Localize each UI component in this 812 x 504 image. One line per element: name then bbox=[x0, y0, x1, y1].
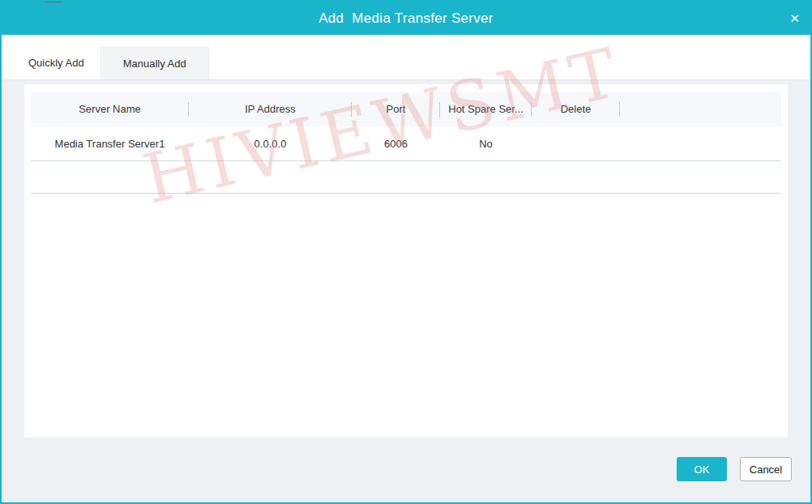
close-icon[interactable]: ✕ bbox=[789, 2, 800, 35]
tab-manually-add[interactable]: Manually Add bbox=[100, 47, 209, 79]
table-header-row: Server Name IP Address Port Hot Spare Se… bbox=[31, 92, 781, 126]
column-header-delete: Delete bbox=[532, 92, 620, 126]
column-header-hot-spare: Hot Spare Ser... bbox=[440, 92, 532, 126]
cell-server-name: Media Transfer Server1 bbox=[31, 126, 189, 160]
column-header-port: Port bbox=[352, 92, 440, 126]
cell-port: 6006 bbox=[352, 126, 440, 160]
cell-ip-address: 0.0.0.0 bbox=[189, 126, 352, 160]
cell-filler bbox=[620, 126, 781, 160]
column-header-server-name: Server Name bbox=[31, 92, 189, 126]
tab-bar: Quickly Add Manually Add bbox=[2, 35, 810, 80]
cell-delete bbox=[532, 126, 620, 160]
add-media-transfer-server-dialog: Add Media Transfer Server ✕ Quickly Add … bbox=[0, 0, 812, 504]
column-header-ip-address: IP Address bbox=[189, 92, 352, 126]
table-row[interactable]: Media Transfer Server1 0.0.0.0 6006 No bbox=[31, 126, 781, 161]
dialog-footer: OK Cancel bbox=[677, 457, 792, 481]
background-artifact bbox=[45, 0, 62, 2]
dialog-titlebar: Add Media Transfer Server ✕ bbox=[2, 2, 810, 35]
ok-button[interactable]: OK bbox=[677, 457, 727, 481]
column-header-filler bbox=[620, 92, 781, 126]
server-list-panel: Server Name IP Address Port Hot Spare Se… bbox=[24, 84, 788, 438]
tab-quickly-add[interactable]: Quickly Add bbox=[28, 47, 84, 79]
cell-hot-spare: No bbox=[440, 126, 532, 160]
table-row-empty bbox=[31, 161, 781, 194]
cancel-button[interactable]: Cancel bbox=[740, 457, 792, 481]
dialog-title: Add Media Transfer Server bbox=[2, 2, 810, 35]
